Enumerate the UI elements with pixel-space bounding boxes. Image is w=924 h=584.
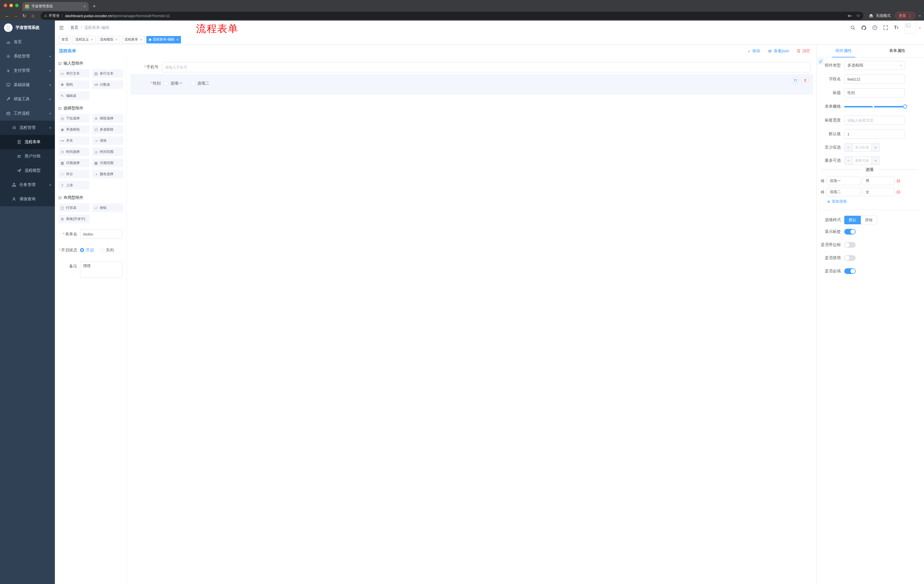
required-asterisk: * xyxy=(144,64,146,69)
palette-item-upload[interactable]: ⇪上传 xyxy=(58,181,89,189)
status-radio-off[interactable]: 关闭 xyxy=(100,245,114,255)
home-button[interactable]: ⌂ xyxy=(29,12,36,19)
palette-item-counter[interactable]: 123计数器 xyxy=(92,80,123,89)
list-icon xyxy=(12,125,16,130)
palette-item-cascader[interactable]: ⋔级联选择 xyxy=(92,114,123,123)
palette-item-slider[interactable]: ⊸滑块 xyxy=(92,136,123,145)
app-sidebar: 芋道管理系统 首页 系统管理 ▾ ¥ 支付管理 ▾ 基础设施 ▾ 研发工具 ▾ … xyxy=(0,21,55,292)
chevron-up-icon: ▾ xyxy=(50,112,51,115)
remark-textarea[interactable]: 嘿嘿 xyxy=(80,262,122,277)
window-zoom-button[interactable] xyxy=(15,4,18,7)
checkbox-icon: ☑ xyxy=(94,127,98,132)
sidebar-item-process-model[interactable]: 流程模型 xyxy=(0,163,55,178)
tag-home[interactable]: 首页 xyxy=(59,36,71,43)
palette-item-date-picker[interactable]: ▦日期选择 xyxy=(58,159,89,167)
active-tag-dot xyxy=(149,39,151,41)
window-close-button[interactable] xyxy=(4,4,7,7)
sidebar-toggle-icon[interactable] xyxy=(55,25,68,30)
component-palette: ⊡ 输入型组件 ▭单行文本 ▤多行文本 ✱密码 123计数器 ✎编辑器 ⊡ 选择… xyxy=(55,58,127,292)
palette-item-time-picker[interactable]: ◷时间选择 xyxy=(58,147,89,156)
forward-button[interactable]: → xyxy=(12,12,20,19)
sidebar-item-devtools[interactable]: 研发工具 ▾ xyxy=(0,92,55,106)
tree-icon xyxy=(12,183,16,187)
sidebar-item-user-group[interactable]: 用户分组 xyxy=(0,149,55,163)
tags-view-bar: 首页 流程定义 × 流程模型 × 流程表单 × 流程表单-编辑 × xyxy=(55,35,462,44)
breadcrumb-home[interactable]: 首页 xyxy=(70,25,78,30)
tag-process-model[interactable]: 流程模型 × xyxy=(97,36,120,43)
checkbox-icon[interactable] xyxy=(191,81,195,86)
palette-item-editor[interactable]: ✎编辑器 xyxy=(58,91,89,100)
tag-close-icon[interactable]: × xyxy=(91,38,93,42)
document-icon xyxy=(16,140,22,144)
chevron-down-icon: ▾ xyxy=(50,55,51,58)
sidebar-item-infra[interactable]: 基础设施 ▾ xyxy=(0,78,55,92)
status-radio-on[interactable]: 开启 xyxy=(80,245,94,255)
tab-close-icon[interactable]: × xyxy=(84,4,86,8)
palette-group-input: ⊡ 输入型组件 ▭单行文本 ▤多行文本 ✱密码 123计数器 ✎编辑器 xyxy=(58,61,123,100)
radio-dot xyxy=(100,248,104,252)
designer-toolbar: 流程表单 ✓ 保存 查看json 清空 xyxy=(55,44,462,58)
sidebar-item-leave-query[interactable]: 请假查询 xyxy=(0,192,55,206)
date-icon: ▦ xyxy=(60,161,64,165)
form-name-input[interactable] xyxy=(80,229,122,239)
palette-item-row-container[interactable]: ◫行容器 xyxy=(58,204,89,212)
palette-item-date-range[interactable]: ▩日期范围 xyxy=(92,159,123,167)
browser-tab[interactable]: 芋道管理系统 × xyxy=(22,2,89,11)
palette-item-radio-group[interactable]: ◉单选框组 xyxy=(58,125,89,134)
gear-icon xyxy=(6,54,11,59)
palette-item-select[interactable]: ◎下拉选择 xyxy=(58,114,89,123)
reload-button[interactable]: ↻ xyxy=(21,12,28,19)
tag-process-form-edit[interactable]: 流程表单-编辑 × xyxy=(146,36,181,43)
sidebar-item-home[interactable]: 首页 xyxy=(0,35,55,49)
palette-item-password[interactable]: ✱密码 xyxy=(58,80,89,89)
app-logo: 芋道管理系统 xyxy=(0,21,55,35)
required-asterisk: * xyxy=(63,232,64,236)
tag-close-icon[interactable]: × xyxy=(177,38,178,42)
tools-icon xyxy=(6,97,11,102)
tag-close-icon[interactable]: × xyxy=(140,38,142,42)
gender-checkbox-option-1[interactable]: 选项一 xyxy=(164,81,182,86)
chevron-down-icon: ▾ xyxy=(50,84,51,87)
palette-item-time-range[interactable]: ◶时间范围 xyxy=(92,147,123,156)
back-button[interactable]: ← xyxy=(3,12,11,19)
time-range-icon: ◶ xyxy=(94,150,98,154)
logo-avatar xyxy=(4,23,13,32)
tag-process-form[interactable]: 流程表单 × xyxy=(122,36,145,43)
sidebar-item-system[interactable]: 系统管理 ▾ xyxy=(0,49,55,63)
tag-close-icon[interactable]: × xyxy=(116,38,117,42)
table-icon: ⊞ xyxy=(60,217,64,221)
canvas-component-gender-selected[interactable]: *性别 选项一 选项二 xyxy=(130,74,462,95)
cascader-icon: ⋔ xyxy=(94,116,98,120)
security-label[interactable]: 不安全 xyxy=(49,13,60,18)
palette-item-multi-text[interactable]: ▤多行文本 xyxy=(92,69,123,78)
color-icon: ◑ xyxy=(94,172,98,176)
required-asterisk: * xyxy=(151,81,152,86)
address-bar[interactable]: ⚠ 不安全 dashboard.yudao.iocoder.cn/bpm/man… xyxy=(41,12,462,20)
chevron-down-icon: ▾ xyxy=(50,183,51,187)
window-minimize-button[interactable] xyxy=(10,4,13,7)
tag-process-definition[interactable]: 流程定义 × xyxy=(73,36,96,43)
gender-checkbox-option-2[interactable]: 选项二 xyxy=(191,81,209,86)
users-icon xyxy=(16,154,22,159)
phone-input[interactable] xyxy=(162,62,462,72)
switch-icon: ⊶ xyxy=(60,138,64,143)
palette-item-color-picker[interactable]: ◑颜色选择 xyxy=(92,170,123,178)
required-asterisk: * xyxy=(59,248,61,252)
checkbox-icon[interactable] xyxy=(164,81,168,86)
single-line-icon: ▭ xyxy=(60,71,64,76)
new-tab-button[interactable]: + xyxy=(92,3,96,10)
sidebar-item-workflow[interactable]: 工作流程 ▾ xyxy=(0,106,55,120)
canvas-component-phone[interactable]: *手机号 xyxy=(130,62,462,72)
sidebar-item-process-form[interactable]: 流程表单 xyxy=(0,135,55,149)
cube-icon: ⊡ xyxy=(58,106,62,110)
sidebar-item-process-mgmt[interactable]: 流程管理 ▾ xyxy=(0,120,55,135)
palette-item-single-text[interactable]: ▭单行文本 xyxy=(58,69,89,78)
sidebar-item-task-mgmt[interactable]: 任务管理 ▾ xyxy=(0,178,55,192)
palette-item-table[interactable]: ⊞表格[开发中] xyxy=(58,215,89,223)
sidebar-item-payment[interactable]: ¥ 支付管理 ▾ xyxy=(0,63,55,78)
radio-icon: ◉ xyxy=(60,127,64,132)
palette-item-button[interactable]: ▱按钮 xyxy=(92,204,123,212)
palette-item-checkbox-group[interactable]: ☑多选框组 xyxy=(92,125,123,134)
palette-item-rate[interactable]: ☆评分 xyxy=(58,170,89,178)
palette-item-switch[interactable]: ⊶开关 xyxy=(58,136,89,145)
